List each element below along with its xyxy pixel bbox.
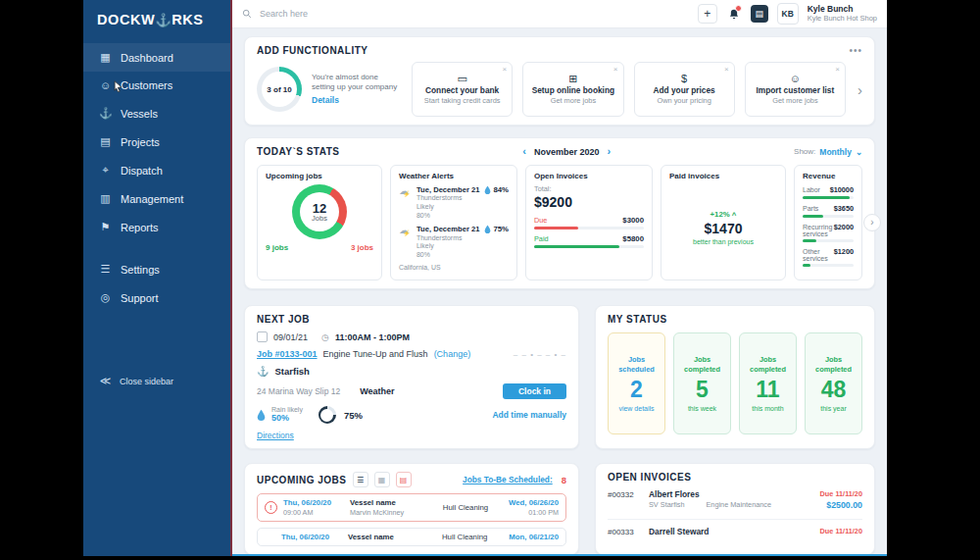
logo-text: DOCKW — [97, 12, 155, 27]
clipboard-icon: ▤ — [99, 135, 112, 148]
avatar-initials: KB — [782, 9, 794, 19]
weather-condition: Thunderstorms Likely — [416, 194, 480, 211]
show-period-dropdown[interactable]: Show: Monthly ⌄ — [794, 147, 862, 157]
chevron-right-icon[interactable]: › — [608, 146, 612, 157]
rain-forecast: Rain likely 50% — [271, 406, 303, 424]
clock-icon: ◷ — [321, 332, 329, 342]
next-job-title: NEXT JOB — [257, 314, 566, 325]
tile-label: Jobs scheduled — [614, 355, 660, 374]
avatar[interactable]: KB — [777, 3, 799, 25]
chevron-right-icon[interactable]: › — [858, 81, 862, 98]
add-time-manually-link[interactable]: Add time manually — [492, 410, 566, 420]
invoice-row[interactable]: #00332 Albert Flores SV Starfish Engine … — [608, 483, 862, 520]
sidebar-item-projects[interactable]: ▤ Projects — [83, 127, 232, 156]
revenue-value: $2000 — [834, 223, 854, 231]
alert-icon: ! — [265, 501, 277, 514]
support-icon: ◎ — [99, 291, 112, 304]
card-subtitle: Get more jobs — [551, 96, 596, 105]
paid-bar-fill — [534, 245, 619, 248]
search-bar[interactable] — [242, 8, 698, 20]
job-checkbox[interactable] — [257, 331, 268, 342]
add-button[interactable]: + — [698, 4, 717, 24]
chevron-left-icon[interactable]: ‹ — [522, 146, 526, 157]
sidebar-item-support[interactable]: ◎ Support — [83, 283, 232, 312]
directions-link[interactable]: Directions — [257, 431, 294, 440]
alert-doc-icon: ▤ — [400, 476, 408, 484]
invoice-row[interactable]: #00333 Darrell Steward Due 11/11/20 — [608, 520, 862, 544]
revenue-label: Other services — [803, 248, 834, 262]
card-title: Add your prices — [654, 85, 715, 95]
revenue-label: Recurring services — [803, 224, 834, 237]
job-row[interactable]: Thu, 06/20/20 Vessel name Hull Cleaning … — [257, 528, 566, 547]
change-job-link[interactable]: (Change) — [434, 349, 471, 359]
jobs-completed-month-tile[interactable]: Jobs completed 11 this month — [739, 332, 797, 434]
user-menu[interactable]: Kyle Bunch Kyle Bunch Hot Shop — [808, 5, 877, 23]
sidebar-item-settings[interactable]: ☰ Settings — [83, 255, 232, 283]
next-job-panel: NEXT JOB 09/01/21 ◷ 11:00AM - 1:00PM Job… — [244, 305, 579, 449]
revenue-value: $1200 — [834, 247, 854, 256]
total-amount: $9200 — [534, 194, 644, 210]
close-icon[interactable]: × — [613, 65, 618, 74]
sidebar-item-dashboard[interactable]: ▦ Dashboard — [83, 43, 232, 72]
dashboard-content: ADD FUNCTIONALITY ••• 3 of 10 You're alm… — [232, 28, 887, 556]
clock-in-button[interactable]: Clock in — [503, 383, 566, 399]
sidebar-item-vessels[interactable]: ⚓ Vessels — [83, 99, 232, 127]
flagged-jobs-button[interactable]: ▤ — [396, 472, 412, 487]
anchor-icon: ⚓ — [99, 107, 112, 120]
jobs-completed-week-tile[interactable]: Jobs completed 5 this week — [673, 332, 731, 434]
invoice-amount-link[interactable]: $2500.00 — [820, 499, 862, 511]
logo-text: RKS — [172, 12, 203, 27]
close-icon[interactable]: × — [503, 65, 508, 74]
jobs-to-be-scheduled-link[interactable]: Jobs To-Be Scheduled: — [463, 475, 553, 484]
job-row[interactable]: ! Thu, 06/20/20 09:00 AM Vessel name Mar… — [257, 493, 566, 522]
view-details-link[interactable]: view details — [618, 405, 654, 412]
close-icon[interactable]: × — [724, 65, 729, 74]
sidebar-item-label: Management — [121, 193, 183, 205]
sidebar-item-reports[interactable]: ⚑ Reports — [83, 213, 232, 241]
invoice-customer: Albert Flores — [649, 489, 812, 500]
connect-bank-card[interactable]: × ▭ Connect your bank Start taking credi… — [412, 62, 513, 117]
paid-bar-track — [534, 245, 644, 248]
job-id-link[interactable]: Job #0133-001 — [257, 349, 318, 359]
sidebar-item-label: Settings — [121, 264, 160, 276]
sidebar-item-dispatch[interactable]: ⌖ Dispatch — [83, 156, 232, 184]
collapse-sidebar-button[interactable]: ≪ Close sidebar — [83, 367, 232, 395]
jobs-completed-year-tile[interactable]: Jobs completed 48 this year — [805, 332, 862, 434]
flag-icon: ⚑ — [99, 221, 112, 233]
mouse-cursor-icon — [113, 80, 123, 92]
notifications-button[interactable] — [726, 5, 742, 23]
plus-icon: + — [704, 7, 710, 21]
revenue-row: Recurring services$2000 — [803, 223, 854, 242]
import-customers-card[interactable]: × ☺ Import customer list Get more jobs — [745, 62, 846, 117]
job-row-due-date: Wed, 06/26/20 — [509, 498, 559, 508]
list-view-toggle[interactable]: ☰ — [353, 472, 368, 487]
stats-next-button[interactable]: › — [863, 214, 881, 231]
revenue-value: $3650 — [834, 204, 854, 213]
setup-booking-card[interactable]: × ⊞ Setup online booking Get more jobs — [522, 62, 623, 117]
sidebar-item-label: Customers — [121, 79, 172, 91]
show-value: Monthly — [819, 147, 852, 157]
weather-alerts-card: Weather Alerts ☁⚡ Tue, December 21 Thund… — [390, 165, 517, 280]
job-row-service: Hull Cleaning — [426, 533, 503, 541]
sidebar-secondary-nav: ☰ Settings ◎ Support — [83, 255, 232, 312]
jobs-done-label: 9 jobs — [266, 243, 288, 252]
tile-sub: this month — [752, 405, 783, 412]
todays-stats-title: TODAY`S STATS — [257, 146, 339, 157]
paid-amount: $1470 — [705, 221, 743, 236]
overflow-menu-icon[interactable]: ••• — [849, 45, 862, 56]
tasks-button[interactable]: ▤ — [751, 5, 768, 23]
jobs-scheduled-tile[interactable]: Jobs scheduled 2 view details — [608, 332, 665, 434]
details-link[interactable]: Details — [312, 95, 402, 106]
revenue-bar-fill — [803, 196, 850, 199]
add-functionality-panel: ADD FUNCTIONALITY ••• 3 of 10 You're alm… — [244, 36, 875, 126]
search-input[interactable] — [258, 8, 399, 20]
add-prices-card[interactable]: × $ Add your prices Own your pricing — [634, 62, 735, 117]
invoice-due-date: Due 11/11/20 — [820, 489, 862, 499]
job-progress-dots: – – • – – • – — [514, 350, 566, 359]
sidebar-item-customers[interactable]: ☺ Customers — [83, 72, 232, 99]
grid-view-toggle[interactable]: ▦ — [374, 472, 390, 487]
job-row-customer: Marvin McKinney — [350, 508, 422, 517]
weather-location: California, US — [399, 264, 509, 271]
sidebar-item-management[interactable]: ▥ Management — [83, 184, 232, 213]
close-icon[interactable]: × — [835, 65, 840, 74]
